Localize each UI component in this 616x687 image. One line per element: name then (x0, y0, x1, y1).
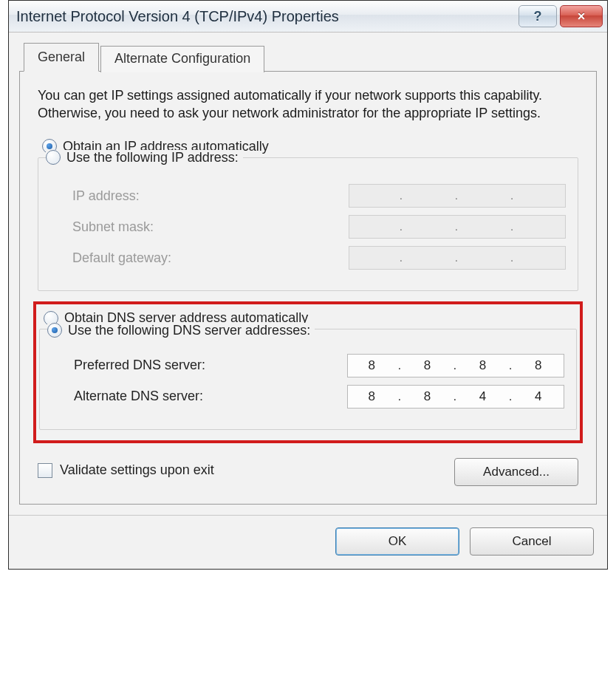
advanced-button[interactable]: Advanced... (454, 458, 578, 486)
ok-button[interactable]: OK (335, 527, 459, 556)
validate-settings-label: Validate settings upon exit (60, 462, 214, 478)
help-icon: ? (534, 10, 542, 23)
close-icon: × (578, 10, 586, 23)
default-gateway-label: Default gateway: (72, 250, 349, 266)
alternate-dns-input[interactable]: 8. 8. 4. 4 (347, 385, 564, 409)
dialog-footer: OK Cancel (9, 515, 607, 569)
description-text: You can get IP settings assigned automat… (38, 86, 578, 123)
checkbox-icon (38, 463, 52, 478)
radio-icon (46, 150, 61, 165)
ip-address-label: IP address: (72, 188, 349, 204)
default-gateway-row: Default gateway: . . . (72, 246, 566, 270)
tabpanel-general: You can get IP settings assigned automat… (19, 71, 597, 505)
preferred-dns-row: Preferred DNS server: 8. 8. 8. 8 (74, 354, 564, 377)
tab-alternate-configuration[interactable]: Alternate Configuration (100, 46, 264, 72)
tab-general[interactable]: General (24, 43, 99, 72)
radio-use-ip-manual[interactable]: Use the following IP address: (46, 150, 243, 165)
titlebar: Internet Protocol Version 4 (TCP/IPv4) P… (9, 1, 607, 33)
alternate-dns-label: Alternate DNS server: (74, 389, 347, 404)
properties-dialog: Internet Protocol Version 4 (TCP/IPv4) P… (8, 0, 608, 570)
radio-use-ip-manual-label: Use the following IP address: (66, 150, 239, 165)
subnet-mask-label: Subnet mask: (72, 219, 349, 235)
ip-address-row: IP address: . . . (72, 184, 566, 208)
help-button[interactable]: ? (519, 5, 557, 27)
tabstrip: General Alternate Configuration (19, 43, 597, 72)
radio-use-dns-manual-label: Use the following DNS server addresses: (68, 323, 310, 338)
dns-highlight-annotation: Obtain DNS server address automatically … (33, 301, 583, 443)
ip-address-input: . . . (349, 184, 566, 208)
subnet-mask-row: Subnet mask: . . . (72, 215, 566, 239)
preferred-dns-input[interactable]: 8. 8. 8. 8 (347, 354, 564, 377)
subnet-mask-input: . . . (349, 215, 566, 239)
cancel-button[interactable]: Cancel (470, 527, 594, 556)
default-gateway-input: . . . (349, 246, 566, 270)
dns-manual-group: Use the following DNS server addresses: … (39, 329, 577, 430)
radio-use-dns-manual[interactable]: Use the following DNS server addresses: (47, 323, 315, 338)
window-title: Internet Protocol Version 4 (TCP/IPv4) P… (16, 8, 516, 25)
ok-button-label: OK (389, 534, 407, 549)
validate-settings-checkbox[interactable]: Validate settings upon exit (38, 462, 214, 478)
tab-general-label: General (38, 49, 85, 64)
tab-alternate-label: Alternate Configuration (114, 51, 250, 66)
close-button[interactable]: × (560, 5, 603, 27)
alternate-dns-row: Alternate DNS server: 8. 8. 4. 4 (74, 385, 564, 409)
ip-manual-group: Use the following IP address: IP address… (38, 157, 578, 292)
cancel-button-label: Cancel (513, 534, 552, 549)
radio-icon (47, 323, 62, 338)
advanced-button-label: Advanced... (483, 465, 550, 479)
dialog-body: General Alternate Configuration You can … (9, 33, 607, 515)
preferred-dns-label: Preferred DNS server: (74, 358, 347, 373)
